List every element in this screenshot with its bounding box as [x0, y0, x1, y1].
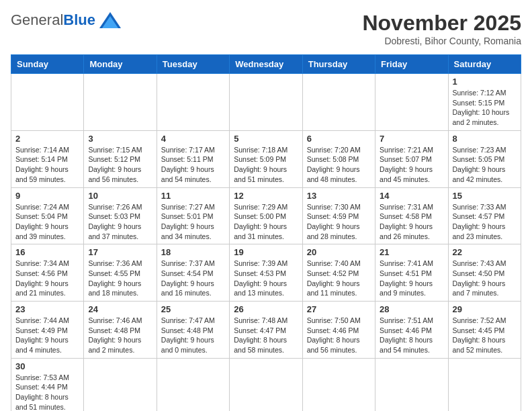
day-info: Sunrise: 7:46 AM Sunset: 4:48 PM Dayligh… — [88, 316, 152, 355]
day-number: 29 — [453, 304, 517, 314]
calendar-cell: 5Sunrise: 7:18 AM Sunset: 5:09 PM Daylig… — [230, 130, 302, 187]
day-number: 17 — [88, 247, 152, 257]
calendar-cell — [157, 358, 229, 411]
day-number: 27 — [307, 304, 371, 314]
logo-blue-text: Blue — [63, 11, 95, 29]
logo-area: General Blue — [11, 11, 122, 30]
weekday-header-monday: Monday — [84, 55, 157, 74]
calendar-cell — [84, 358, 157, 411]
day-number: 13 — [307, 191, 371, 201]
calendar-cell: 30Sunrise: 7:53 AM Sunset: 4:44 PM Dayli… — [11, 358, 84, 411]
calendar-subtitle: Dobresti, Bihor County, Romania — [362, 36, 521, 46]
calendar-week-row: 16Sunrise: 7:34 AM Sunset: 4:56 PM Dayli… — [11, 244, 521, 302]
calendar-cell: 7Sunrise: 7:21 AM Sunset: 5:07 PM Daylig… — [375, 130, 448, 187]
day-number: 5 — [234, 134, 298, 144]
calendar-week-row: 9Sunrise: 7:24 AM Sunset: 5:04 PM Daylig… — [11, 187, 521, 244]
day-number: 10 — [88, 191, 152, 201]
day-info: Sunrise: 7:30 AM Sunset: 4:59 PM Dayligh… — [307, 202, 371, 242]
calendar-cell: 10Sunrise: 7:26 AM Sunset: 5:03 PM Dayli… — [84, 187, 157, 244]
calendar-title: November 2025 — [362, 11, 521, 36]
weekday-header-thursday: Thursday — [302, 55, 375, 74]
calendar-cell: 27Sunrise: 7:50 AM Sunset: 4:46 PM Dayli… — [302, 302, 375, 359]
day-number: 20 — [307, 247, 371, 257]
day-number: 3 — [88, 134, 152, 144]
calendar-cell — [11, 74, 84, 131]
day-info: Sunrise: 7:36 AM Sunset: 4:55 PM Dayligh… — [88, 259, 152, 298]
page-header: General Blue November 2025 Dobresti, Bih… — [11, 11, 521, 46]
day-info: Sunrise: 7:31 AM Sunset: 4:58 PM Dayligh… — [380, 202, 443, 242]
calendar-cell: 19Sunrise: 7:39 AM Sunset: 4:53 PM Dayli… — [230, 244, 302, 302]
calendar-week-row: 30Sunrise: 7:53 AM Sunset: 4:44 PM Dayli… — [11, 358, 521, 411]
calendar-cell: 21Sunrise: 7:41 AM Sunset: 4:51 PM Dayli… — [375, 244, 448, 302]
day-info: Sunrise: 7:52 AM Sunset: 4:45 PM Dayligh… — [453, 316, 517, 355]
day-info: Sunrise: 7:12 AM Sunset: 5:15 PM Dayligh… — [453, 88, 517, 128]
weekday-header-wednesday: Wednesday — [230, 55, 302, 74]
title-area: November 2025 Dobresti, Bihor County, Ro… — [362, 11, 521, 46]
calendar-cell: 11Sunrise: 7:27 AM Sunset: 5:01 PM Dayli… — [157, 187, 229, 244]
day-number: 22 — [453, 247, 517, 257]
calendar-cell: 24Sunrise: 7:46 AM Sunset: 4:48 PM Dayli… — [84, 302, 157, 359]
day-number: 18 — [161, 247, 225, 257]
weekday-header-friday: Friday — [375, 55, 448, 74]
calendar-cell: 29Sunrise: 7:52 AM Sunset: 4:45 PM Dayli… — [448, 302, 521, 359]
calendar-cell: 14Sunrise: 7:31 AM Sunset: 4:58 PM Dayli… — [375, 187, 448, 244]
day-info: Sunrise: 7:26 AM Sunset: 5:03 PM Dayligh… — [88, 202, 152, 242]
logo-icon — [98, 11, 122, 30]
day-info: Sunrise: 7:37 AM Sunset: 4:54 PM Dayligh… — [161, 259, 225, 298]
day-number: 12 — [234, 191, 298, 201]
day-info: Sunrise: 7:34 AM Sunset: 4:56 PM Dayligh… — [15, 259, 79, 298]
day-number: 25 — [161, 304, 225, 314]
day-info: Sunrise: 7:41 AM Sunset: 4:51 PM Dayligh… — [380, 259, 443, 298]
calendar-cell: 18Sunrise: 7:37 AM Sunset: 4:54 PM Dayli… — [157, 244, 229, 302]
day-number: 7 — [380, 134, 443, 144]
calendar-cell — [230, 358, 302, 411]
calendar-cell: 22Sunrise: 7:43 AM Sunset: 4:50 PM Dayli… — [448, 244, 521, 302]
calendar-cell: 8Sunrise: 7:23 AM Sunset: 5:05 PM Daylig… — [448, 130, 521, 187]
calendar-cell: 4Sunrise: 7:17 AM Sunset: 5:11 PM Daylig… — [157, 130, 229, 187]
day-info: Sunrise: 7:50 AM Sunset: 4:46 PM Dayligh… — [307, 316, 371, 355]
day-number: 11 — [161, 191, 225, 201]
logo-general-text: General — [11, 11, 63, 29]
calendar-cell: 20Sunrise: 7:40 AM Sunset: 4:52 PM Dayli… — [302, 244, 375, 302]
day-info: Sunrise: 7:15 AM Sunset: 5:12 PM Dayligh… — [88, 145, 152, 185]
day-info: Sunrise: 7:51 AM Sunset: 4:46 PM Dayligh… — [380, 316, 443, 355]
calendar-cell: 15Sunrise: 7:33 AM Sunset: 4:57 PM Dayli… — [448, 187, 521, 244]
day-number: 26 — [234, 304, 298, 314]
weekday-header-tuesday: Tuesday — [157, 55, 229, 74]
day-info: Sunrise: 7:18 AM Sunset: 5:09 PM Dayligh… — [234, 145, 298, 185]
calendar-cell — [302, 74, 375, 131]
day-number: 6 — [307, 134, 371, 144]
calendar-cell: 13Sunrise: 7:30 AM Sunset: 4:59 PM Dayli… — [302, 187, 375, 244]
calendar-cell — [230, 74, 302, 131]
day-info: Sunrise: 7:24 AM Sunset: 5:04 PM Dayligh… — [15, 202, 79, 242]
calendar-week-row: 2Sunrise: 7:14 AM Sunset: 5:14 PM Daylig… — [11, 130, 521, 187]
day-info: Sunrise: 7:39 AM Sunset: 4:53 PM Dayligh… — [234, 259, 298, 298]
calendar-cell: 6Sunrise: 7:20 AM Sunset: 5:08 PM Daylig… — [302, 130, 375, 187]
day-number: 14 — [380, 191, 443, 201]
day-info: Sunrise: 7:21 AM Sunset: 5:07 PM Dayligh… — [380, 145, 443, 185]
logo: General Blue — [11, 11, 122, 30]
day-info: Sunrise: 7:43 AM Sunset: 4:50 PM Dayligh… — [453, 259, 517, 298]
day-number: 24 — [88, 304, 152, 314]
calendar-week-row: 1Sunrise: 7:12 AM Sunset: 5:15 PM Daylig… — [11, 74, 521, 131]
day-info: Sunrise: 7:29 AM Sunset: 5:00 PM Dayligh… — [234, 202, 298, 242]
calendar-cell: 9Sunrise: 7:24 AM Sunset: 5:04 PM Daylig… — [11, 187, 84, 244]
day-number: 4 — [161, 134, 225, 144]
calendar-cell: 16Sunrise: 7:34 AM Sunset: 4:56 PM Dayli… — [11, 244, 84, 302]
calendar-cell — [448, 358, 521, 411]
day-number: 2 — [15, 134, 79, 144]
calendar-cell — [84, 74, 157, 131]
calendar-cell: 28Sunrise: 7:51 AM Sunset: 4:46 PM Dayli… — [375, 302, 448, 359]
calendar-cell: 1Sunrise: 7:12 AM Sunset: 5:15 PM Daylig… — [448, 74, 521, 131]
calendar-cell — [157, 74, 229, 131]
day-info: Sunrise: 7:47 AM Sunset: 4:48 PM Dayligh… — [161, 316, 225, 355]
day-info: Sunrise: 7:53 AM Sunset: 4:44 PM Dayligh… — [15, 373, 79, 411]
weekday-header-row: SundayMondayTuesdayWednesdayThursdayFrid… — [11, 55, 521, 74]
day-number: 9 — [15, 191, 79, 201]
day-info: Sunrise: 7:20 AM Sunset: 5:08 PM Dayligh… — [307, 145, 371, 185]
calendar-cell: 17Sunrise: 7:36 AM Sunset: 4:55 PM Dayli… — [84, 244, 157, 302]
day-number: 23 — [15, 304, 79, 314]
day-info: Sunrise: 7:23 AM Sunset: 5:05 PM Dayligh… — [453, 145, 517, 185]
day-info: Sunrise: 7:40 AM Sunset: 4:52 PM Dayligh… — [307, 259, 371, 298]
day-info: Sunrise: 7:44 AM Sunset: 4:49 PM Dayligh… — [15, 316, 79, 355]
